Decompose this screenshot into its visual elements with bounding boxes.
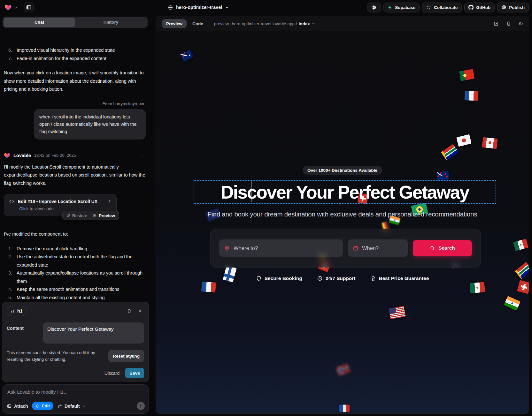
list-number: 6. xyxy=(8,46,17,55)
mobile-view-icon[interactable] xyxy=(506,21,511,26)
list-number: 5. xyxy=(8,294,17,302)
chevron-down-icon xyxy=(82,404,86,408)
collaborate-button[interactable]: Collaborate xyxy=(422,3,462,12)
list-item: 4. Keep the same smooth animations and t… xyxy=(4,285,146,294)
search-button[interactable]: Search xyxy=(413,240,472,256)
discard-button[interactable]: Discard xyxy=(104,371,120,376)
content-textarea[interactable]: Discover Your Perfect Getaway xyxy=(43,322,144,344)
destinations-badge: Over 1000+ Destinations Available xyxy=(303,166,382,175)
element-tag-label: h1 xyxy=(17,308,22,314)
where-to-input[interactable] xyxy=(234,245,338,251)
attach-button[interactable]: Attach xyxy=(7,404,28,409)
button-label: GitHub xyxy=(476,5,490,10)
preview-label: Preview xyxy=(99,213,115,218)
india-2-flag xyxy=(504,296,521,311)
send-button[interactable]: ↑ xyxy=(137,402,145,410)
mexico-flag xyxy=(513,239,528,251)
chevron-down-icon[interactable] xyxy=(14,6,18,10)
restore-button[interactable]: ↺ Restore xyxy=(66,213,87,218)
preview-toolbar: Preview Code preview--hero-optimizer-tra… xyxy=(156,16,529,31)
norway-blur-flag xyxy=(335,363,351,376)
heading-selection-box[interactable]: Discover Your Perfect Getaway xyxy=(194,180,496,204)
restore-icon: ↺ xyxy=(66,213,70,218)
sliders-icon xyxy=(57,404,62,409)
lovable-heart-icon xyxy=(4,152,10,159)
supabase-button[interactable]: Supabase xyxy=(383,3,420,12)
topbar-actions: Supabase Collaborate GitHub Publish xyxy=(367,3,529,12)
feature-label: 24/7 Support xyxy=(326,276,356,281)
where-to-field[interactable] xyxy=(219,239,343,257)
content-label: Content xyxy=(7,322,39,344)
message-menu-button[interactable]: ··· xyxy=(139,153,146,158)
edit-label: Edit xyxy=(42,404,50,408)
default-mode-button[interactable]: Default xyxy=(57,404,86,409)
hero-heading[interactable]: Discover Your Perfect Getaway xyxy=(221,182,469,203)
list-text: Use the activeIndex state to control bot… xyxy=(17,253,146,269)
element-editor-panel: TT h1 Content Discover Your Perfect Geta… xyxy=(2,302,149,382)
edit-mode-button[interactable]: Edit xyxy=(32,402,54,410)
when-field[interactable] xyxy=(348,239,408,257)
element-tag-chip[interactable]: TT h1 xyxy=(7,306,27,316)
list-text: Fade-in animation for the expanded conte… xyxy=(17,55,106,63)
list-number: 7. xyxy=(8,55,17,63)
list-text: Keep the same smooth animations and tran… xyxy=(17,285,120,294)
tab-preview[interactable]: Preview xyxy=(162,19,187,28)
github-button[interactable]: GitHub xyxy=(464,3,495,12)
project-switcher[interactable]: hero-optimizer-travel xyxy=(168,0,229,15)
message-timestamp: 18:42 on Feb 20, 2025 xyxy=(34,153,76,158)
publish-button[interactable]: Publish xyxy=(497,3,529,12)
chevron-down-icon xyxy=(312,22,315,26)
list-item: 2. Use the activeIndex state to control … xyxy=(4,253,146,269)
list-text: Improved visual hierarchy in the expande… xyxy=(17,46,115,55)
button-label: Publish xyxy=(509,5,525,10)
preview-button[interactable]: Preview xyxy=(92,213,115,218)
chat-input-field[interactable] xyxy=(7,389,143,395)
tab-history[interactable]: History xyxy=(75,18,147,27)
refresh-icon[interactable]: ↻ xyxy=(519,20,523,27)
reset-styling-button[interactable]: Reset styling xyxy=(108,350,144,362)
feature-item: Secure Booking xyxy=(256,276,302,281)
list-text: Remove the manual click handling xyxy=(17,245,87,253)
button-label: Collaborate xyxy=(434,5,458,10)
list-number: 1. xyxy=(8,245,17,253)
restore-label: Restore xyxy=(72,213,87,218)
search-button-label: Search xyxy=(438,245,455,251)
project-name: hero-optimizer-travel xyxy=(176,5,222,10)
edit-card-subtitle: Click to view code xyxy=(19,206,112,211)
list-number: 3. xyxy=(8,269,17,285)
when-input[interactable] xyxy=(362,245,403,251)
user-message-bubble: when i scroll into the individual locati… xyxy=(34,109,146,140)
trash-icon[interactable] xyxy=(127,308,132,314)
hero-subtitle: Find and book your dream destination wit… xyxy=(156,210,529,218)
feature-row: Secure Booking 24/7 Support Best Price G… xyxy=(156,276,529,281)
numbered-list-top: 6. Improved visual hierarchy in the expa… xyxy=(4,46,146,63)
lovable-logo-heart-icon[interactable] xyxy=(4,4,12,11)
code-icon xyxy=(9,198,15,204)
styling-note: This element can't be styled. You can ed… xyxy=(7,349,104,363)
edit-version-card[interactable]: Edit #18 • Improve Location Scroll UX Cl… xyxy=(4,194,117,216)
tab-chat[interactable]: Chat xyxy=(4,18,75,27)
settings-button[interactable] xyxy=(367,3,381,12)
topbar: hero-optimizer-travel Supabase Collabora… xyxy=(0,0,532,15)
clock-icon xyxy=(317,276,323,281)
user-attribution: From harrymckayroper xyxy=(4,101,146,106)
search-icon xyxy=(430,246,435,251)
preview-url[interactable]: preview--hero-optimizer-travel.lovable.a… xyxy=(214,21,315,26)
list-number: 4. xyxy=(8,285,17,294)
save-button[interactable]: Save xyxy=(125,368,144,378)
calendar-icon xyxy=(353,245,359,251)
usa-flag xyxy=(389,306,405,319)
tab-code[interactable]: Code xyxy=(192,21,203,26)
japan-flag xyxy=(456,134,472,147)
gear-icon xyxy=(371,5,377,10)
attach-label: Attach xyxy=(14,404,28,409)
list-item: 6. Improved visual hierarchy in the expa… xyxy=(4,46,146,55)
chat-history-tabs: Chat History xyxy=(3,17,148,28)
text-caret xyxy=(251,181,251,202)
award-icon xyxy=(370,276,376,281)
close-icon[interactable] xyxy=(138,308,143,314)
sidebar-toggle-button[interactable] xyxy=(24,3,34,12)
image-icon xyxy=(7,404,12,409)
open-in-new-window-icon[interactable] xyxy=(493,21,499,26)
south-africa-flag xyxy=(441,144,459,161)
